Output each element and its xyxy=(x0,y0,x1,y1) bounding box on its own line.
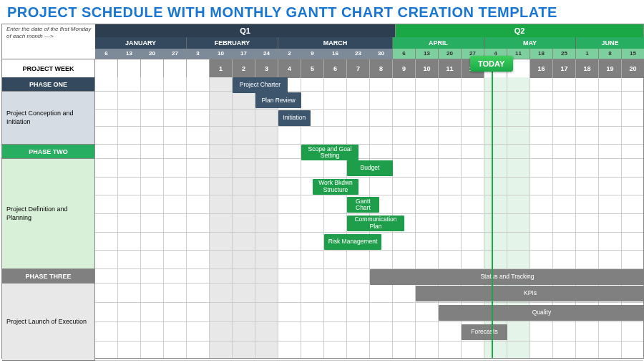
week-cell: 10 xyxy=(416,59,439,78)
date-cell: 1 xyxy=(576,49,599,59)
date-cell: 2 xyxy=(278,49,301,59)
date-cell: 20 xyxy=(439,49,462,59)
date-cell: 25 xyxy=(553,49,576,59)
quarter-row: Q1 Q2 xyxy=(95,24,643,37)
week-cell: 7 xyxy=(347,59,370,78)
date-cell: 15 xyxy=(622,49,644,59)
gantt-chart: Enter the date of the first Monday of ea… xyxy=(1,24,644,359)
week-cell xyxy=(141,59,164,78)
date-cell: 13 xyxy=(118,49,141,59)
week-cell: 20 xyxy=(622,59,644,78)
date-cell: 9 xyxy=(301,49,324,59)
task-bar[interactable]: Project Charter xyxy=(233,77,288,93)
date-cell: 13 xyxy=(416,49,439,59)
task-bar[interactable]: Scope and Goal Setting xyxy=(301,145,358,160)
task-bar[interactable]: Work Bkdwn Structure xyxy=(313,179,358,195)
date-cell: 24 xyxy=(255,49,278,59)
week-cell: 8 xyxy=(370,59,393,78)
task-bar[interactable]: KPIs xyxy=(416,286,644,301)
month-header: MAY xyxy=(484,37,576,49)
week-cell: 2 xyxy=(233,59,255,78)
week-row: PROJECT WEEK 1234567891011121617181920 xyxy=(2,59,643,77)
project-week-label: PROJECT WEEK xyxy=(2,59,95,78)
task-bar[interactable]: Initiation xyxy=(278,110,311,126)
date-cell: 6 xyxy=(95,49,118,59)
today-line xyxy=(492,58,493,358)
phase-header: PHASE TWO xyxy=(2,145,95,159)
week-cell: 3 xyxy=(255,59,278,78)
task-bar[interactable]: Budget xyxy=(347,160,393,176)
today-badge: TODAY xyxy=(470,56,513,72)
week-cell xyxy=(118,59,141,78)
month-header: JANUARY xyxy=(95,37,187,49)
week-cell: 4 xyxy=(278,59,301,78)
date-cell: 20 xyxy=(141,49,164,59)
date-cell: 27 xyxy=(164,49,187,59)
section-label: Project Definition and Planning xyxy=(2,159,95,269)
date-cell: 3 xyxy=(187,49,210,59)
quarter-q1: Q1 xyxy=(95,24,396,37)
section-label: Project Launch of Execution xyxy=(2,284,95,361)
week-cell xyxy=(95,59,118,78)
date-row: 6132027310172429162330613202741118251815 xyxy=(95,49,643,59)
date-cell: 17 xyxy=(233,49,255,59)
page-title: PROJECT SCHEDULE WITH MONTHLY GANTT CHAR… xyxy=(0,0,644,24)
week-cell: 1 xyxy=(210,59,233,78)
date-cell: 8 xyxy=(599,49,622,59)
month-header: FEBRUARY xyxy=(187,37,278,49)
week-cell: 19 xyxy=(599,59,622,78)
date-cell: 18 xyxy=(530,49,553,59)
task-bar[interactable]: Status and Tracking xyxy=(370,269,644,285)
date-cell: 23 xyxy=(347,49,370,59)
header-note: Enter the date of the first Monday of ea… xyxy=(6,26,92,39)
task-bar[interactable]: Quality xyxy=(439,305,644,321)
week-cell xyxy=(164,59,187,78)
month-header: APRIL xyxy=(393,37,484,49)
date-cell: 30 xyxy=(370,49,393,59)
task-bar[interactable]: Gantt Chart xyxy=(347,197,379,213)
task-bar[interactable]: Risk Management xyxy=(324,234,381,250)
phase-header: PHASE ONE xyxy=(2,77,95,92)
week-cell xyxy=(187,59,210,78)
date-cell: 10 xyxy=(210,49,233,59)
task-bar[interactable]: Plan Review xyxy=(255,92,301,108)
week-cell: 6 xyxy=(324,59,347,78)
row-labels: PHASE ONEProject Conception and Initiati… xyxy=(2,77,95,358)
month-row: JANUARYFEBRUARYMARCHAPRILMAYJUNE xyxy=(95,37,643,49)
week-cell: 16 xyxy=(530,59,553,78)
week-cell: 18 xyxy=(576,59,599,78)
task-bar[interactable]: Communication Plan xyxy=(347,216,404,231)
phase-header: PHASE THREE xyxy=(2,269,95,284)
date-cell: 16 xyxy=(324,49,347,59)
date-cell: 6 xyxy=(393,49,416,59)
week-cell: 5 xyxy=(301,59,324,78)
month-header: JUNE xyxy=(576,37,644,49)
task-bars: Project CharterPlan ReviewInitiationScop… xyxy=(95,77,643,358)
task-bar[interactable]: Forecasts xyxy=(462,324,507,340)
quarter-q2: Q2 xyxy=(396,24,643,37)
week-cell: 11 xyxy=(439,59,462,78)
month-header: MARCH xyxy=(278,37,393,49)
week-cell: 9 xyxy=(393,59,416,78)
section-label: Project Conception and Initiation xyxy=(2,92,95,145)
week-cell: 17 xyxy=(553,59,576,78)
